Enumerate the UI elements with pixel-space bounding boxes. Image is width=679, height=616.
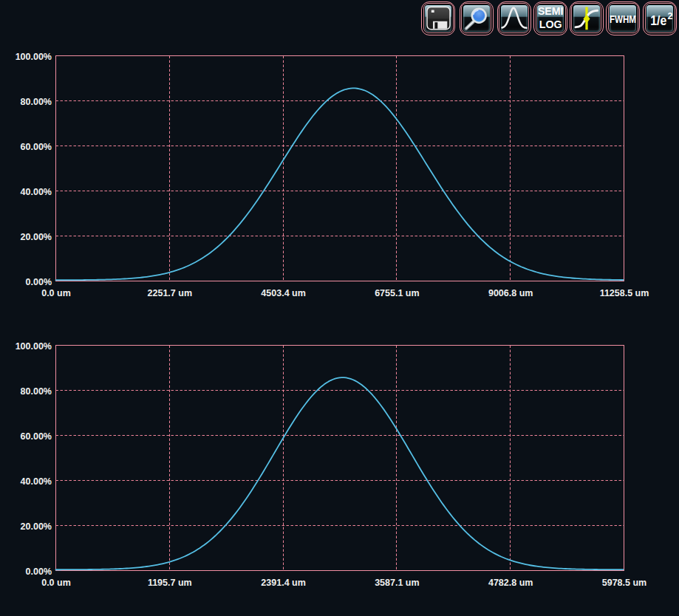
svg-text:0.00%: 0.00% [26,567,52,577]
svg-text:4782.8 um: 4782.8 um [488,578,533,588]
svg-text:FWHM: FWHM [610,13,636,24]
svg-text:5978.5 um: 5978.5 um [602,578,646,588]
svg-text:40.00%: 40.00% [21,476,52,487]
svg-text:20.00%: 20.00% [21,521,52,532]
svg-text:1195.7 um: 1195.7 um [148,578,192,588]
svg-text:2391.4 um: 2391.4 um [261,578,305,588]
svg-text:60.00%: 60.00% [21,431,52,442]
svg-text:1/e: 1/e [650,13,666,27]
svg-text:100.00%: 100.00% [16,341,52,352]
svg-text:2: 2 [667,11,672,21]
svg-text:80.00%: 80.00% [21,386,52,397]
svg-text:0.0 um: 0.0 um [41,578,71,588]
svg-text:3587.1 um: 3587.1 um [375,578,419,588]
svg-text:SEMI: SEMI [538,6,564,17]
svg-text:LOG: LOG [539,19,562,30]
